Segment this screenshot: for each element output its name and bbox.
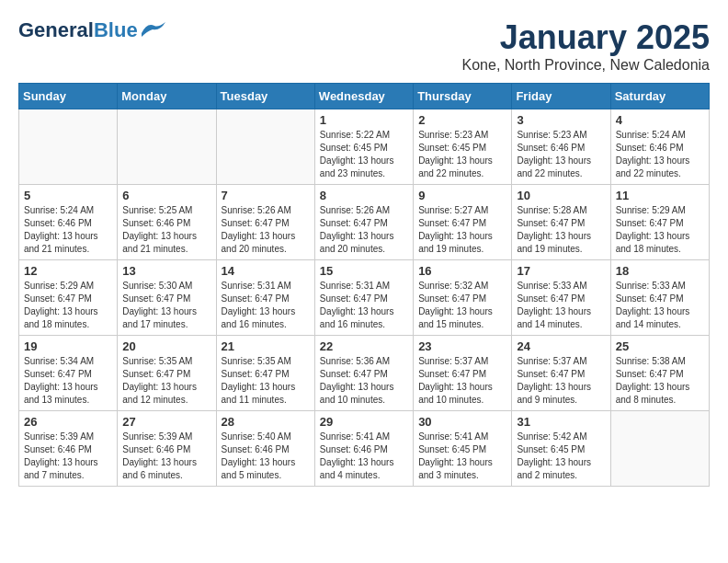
cell-content: Sunrise: 5:37 AMSunset: 6:47 PMDaylight:… [418, 355, 506, 407]
day-number: 12 [24, 264, 112, 278]
logo-blue: Blue [94, 18, 138, 42]
cell-content: Sunrise: 5:35 AMSunset: 6:47 PMDaylight:… [222, 355, 310, 407]
day-number: 4 [616, 113, 704, 127]
calendar-cell: 10Sunrise: 5:28 AMSunset: 6:47 PMDayligh… [512, 185, 610, 260]
day-number: 30 [418, 415, 506, 429]
cell-content: Sunrise: 5:23 AMSunset: 6:46 PMDaylight:… [517, 129, 605, 180]
title-block: January 2025 Kone, North Province, New C… [462, 18, 710, 74]
cell-content: Sunrise: 5:36 AMSunset: 6:47 PMDaylight:… [320, 355, 408, 407]
day-number: 31 [517, 415, 605, 429]
cell-content: Sunrise: 5:42 AMSunset: 6:45 PMDaylight:… [517, 431, 605, 482]
location: Kone, North Province, New Caledonia [462, 57, 710, 74]
day-number: 1 [320, 113, 408, 127]
weekday-header: Wednesday [314, 84, 413, 109]
day-number: 13 [122, 264, 210, 278]
day-number: 3 [517, 113, 605, 127]
cell-content: Sunrise: 5:29 AMSunset: 6:47 PMDaylight:… [24, 280, 112, 331]
day-number: 8 [320, 189, 408, 202]
day-number: 14 [222, 264, 310, 278]
calendar-cell: 17Sunrise: 5:33 AMSunset: 6:47 PMDayligh… [512, 260, 610, 336]
calendar-cell: 3Sunrise: 5:23 AMSunset: 6:46 PMDaylight… [512, 109, 610, 185]
cell-content: Sunrise: 5:39 AMSunset: 6:46 PMDaylight:… [122, 431, 210, 482]
logo: General Blue [18, 18, 165, 42]
calendar-cell: 26Sunrise: 5:39 AMSunset: 6:46 PMDayligh… [19, 411, 118, 487]
day-number: 11 [616, 189, 704, 202]
calendar-cell: 25Sunrise: 5:38 AMSunset: 6:47 PMDayligh… [610, 336, 709, 411]
page-header: General Blue January 2025 Kone, North Pr… [18, 18, 710, 74]
cell-content: Sunrise: 5:26 AMSunset: 6:47 PMDaylight:… [222, 204, 310, 256]
cell-content: Sunrise: 5:27 AMSunset: 6:47 PMDaylight:… [418, 204, 506, 256]
cell-content: Sunrise: 5:40 AMSunset: 6:46 PMDaylight:… [222, 431, 310, 482]
cell-content: Sunrise: 5:28 AMSunset: 6:47 PMDaylight:… [517, 204, 605, 256]
calendar-cell: 5Sunrise: 5:24 AMSunset: 6:46 PMDaylight… [19, 185, 118, 260]
cell-content: Sunrise: 5:26 AMSunset: 6:47 PMDaylight:… [320, 204, 408, 256]
calendar-cell: 15Sunrise: 5:31 AMSunset: 6:47 PMDayligh… [314, 260, 413, 336]
calendar-cell: 31Sunrise: 5:42 AMSunset: 6:45 PMDayligh… [512, 411, 610, 487]
cell-content: Sunrise: 5:29 AMSunset: 6:47 PMDaylight:… [616, 204, 704, 256]
calendar-cell: 1Sunrise: 5:22 AMSunset: 6:45 PMDaylight… [314, 109, 413, 185]
calendar-cell: 7Sunrise: 5:26 AMSunset: 6:47 PMDaylight… [216, 185, 314, 260]
day-number: 17 [517, 264, 605, 278]
weekday-header: Monday [118, 84, 216, 109]
calendar-table: SundayMondayTuesdayWednesdayThursdayFrid… [18, 83, 710, 487]
calendar-cell: 22Sunrise: 5:36 AMSunset: 6:47 PMDayligh… [314, 336, 413, 411]
calendar-cell [610, 411, 709, 487]
day-number: 10 [517, 189, 605, 202]
calendar-cell: 27Sunrise: 5:39 AMSunset: 6:46 PMDayligh… [118, 411, 216, 487]
calendar-week-row: 5Sunrise: 5:24 AMSunset: 6:46 PMDaylight… [19, 185, 710, 260]
calendar-cell: 21Sunrise: 5:35 AMSunset: 6:47 PMDayligh… [216, 336, 314, 411]
cell-content: Sunrise: 5:22 AMSunset: 6:45 PMDaylight:… [320, 129, 408, 180]
day-number: 24 [517, 339, 605, 353]
calendar-cell: 12Sunrise: 5:29 AMSunset: 6:47 PMDayligh… [19, 260, 118, 336]
calendar-cell: 20Sunrise: 5:35 AMSunset: 6:47 PMDayligh… [118, 336, 216, 411]
weekday-header: Tuesday [216, 84, 314, 109]
weekday-header: Thursday [414, 84, 512, 109]
day-number: 7 [222, 189, 310, 202]
calendar-cell: 24Sunrise: 5:37 AMSunset: 6:47 PMDayligh… [512, 336, 610, 411]
day-number: 28 [222, 415, 310, 429]
cell-content: Sunrise: 5:37 AMSunset: 6:47 PMDaylight:… [517, 355, 605, 407]
calendar-cell: 23Sunrise: 5:37 AMSunset: 6:47 PMDayligh… [414, 336, 512, 411]
day-number: 2 [418, 113, 506, 127]
calendar-cell: 2Sunrise: 5:23 AMSunset: 6:45 PMDaylight… [414, 109, 512, 185]
calendar-cell: 28Sunrise: 5:40 AMSunset: 6:46 PMDayligh… [216, 411, 314, 487]
weekday-header: Saturday [610, 84, 709, 109]
day-number: 21 [222, 339, 310, 353]
day-number: 6 [122, 189, 210, 202]
calendar-week-row: 12Sunrise: 5:29 AMSunset: 6:47 PMDayligh… [19, 260, 710, 336]
day-number: 25 [616, 339, 704, 353]
weekday-header: Friday [512, 84, 610, 109]
calendar-cell: 16Sunrise: 5:32 AMSunset: 6:47 PMDayligh… [414, 260, 512, 336]
calendar-cell [216, 109, 314, 185]
cell-content: Sunrise: 5:30 AMSunset: 6:47 PMDaylight:… [122, 280, 210, 331]
cell-content: Sunrise: 5:31 AMSunset: 6:47 PMDaylight:… [320, 280, 408, 331]
day-number: 22 [320, 339, 408, 353]
cell-content: Sunrise: 5:41 AMSunset: 6:45 PMDaylight:… [418, 431, 506, 482]
calendar-week-row: 19Sunrise: 5:34 AMSunset: 6:47 PMDayligh… [19, 336, 710, 411]
cell-content: Sunrise: 5:34 AMSunset: 6:47 PMDaylight:… [24, 355, 112, 407]
cell-content: Sunrise: 5:38 AMSunset: 6:47 PMDaylight:… [616, 355, 704, 407]
day-number: 29 [320, 415, 408, 429]
day-number: 27 [122, 415, 210, 429]
month-title: January 2025 [462, 18, 710, 57]
logo-general: General [18, 18, 94, 42]
calendar-cell [118, 109, 216, 185]
calendar-cell: 11Sunrise: 5:29 AMSunset: 6:47 PMDayligh… [610, 185, 709, 260]
cell-content: Sunrise: 5:25 AMSunset: 6:46 PMDaylight:… [122, 204, 210, 256]
calendar-week-row: 1Sunrise: 5:22 AMSunset: 6:45 PMDaylight… [19, 109, 710, 185]
calendar-cell: 14Sunrise: 5:31 AMSunset: 6:47 PMDayligh… [216, 260, 314, 336]
logo-bird-icon [140, 20, 165, 37]
calendar-cell: 6Sunrise: 5:25 AMSunset: 6:46 PMDaylight… [118, 185, 216, 260]
calendar-cell: 29Sunrise: 5:41 AMSunset: 6:46 PMDayligh… [314, 411, 413, 487]
day-number: 18 [616, 264, 704, 278]
cell-content: Sunrise: 5:33 AMSunset: 6:47 PMDaylight:… [616, 280, 704, 331]
cell-content: Sunrise: 5:33 AMSunset: 6:47 PMDaylight:… [517, 280, 605, 331]
cell-content: Sunrise: 5:41 AMSunset: 6:46 PMDaylight:… [320, 431, 408, 482]
day-number: 23 [418, 339, 506, 353]
cell-content: Sunrise: 5:24 AMSunset: 6:46 PMDaylight:… [616, 129, 704, 180]
day-number: 19 [24, 339, 112, 353]
cell-content: Sunrise: 5:24 AMSunset: 6:46 PMDaylight:… [24, 204, 112, 256]
day-number: 26 [24, 415, 112, 429]
weekday-header: Sunday [19, 84, 118, 109]
cell-content: Sunrise: 5:35 AMSunset: 6:47 PMDaylight:… [122, 355, 210, 407]
